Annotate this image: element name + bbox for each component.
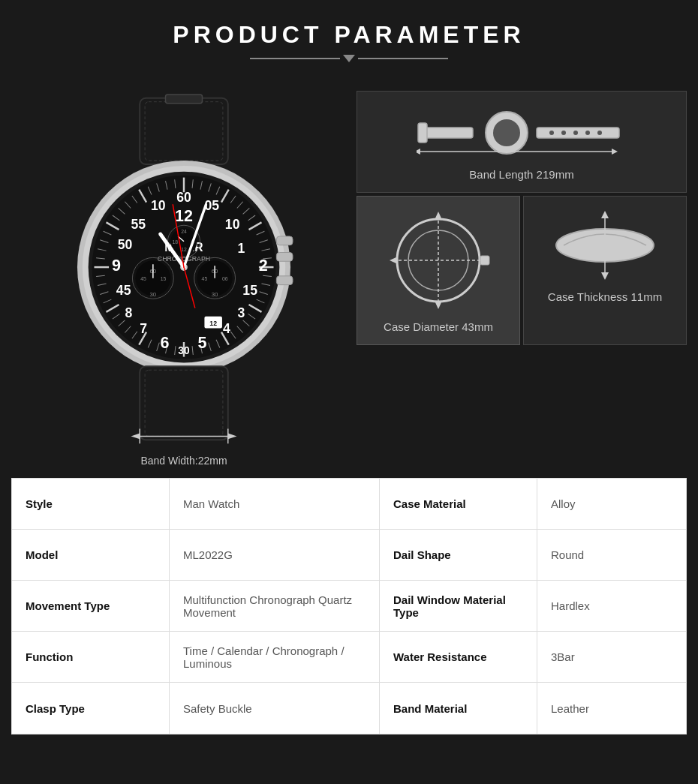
svg-text:12: 12 [209, 320, 217, 327]
main-content: 60 05 10 1 2 15 3 4 5 30 6 7 8 45 9 50 5… [0, 76, 698, 746]
svg-text:15: 15 [161, 276, 167, 281]
svg-text:4: 4 [223, 321, 230, 336]
svg-marker-124 [228, 433, 237, 439]
svg-text:18: 18 [172, 239, 178, 245]
spec-value-clasp: Safety Buckle [170, 683, 380, 734]
svg-text:30: 30 [212, 291, 218, 298]
spec-value-style: Man Watch [170, 479, 380, 529]
spec-value-dail-window: Hardlex [537, 581, 686, 631]
svg-text:24: 24 [181, 229, 187, 234]
header-line-left [250, 58, 340, 59]
watch-illustration: 60 05 10 1 2 15 3 4 5 30 6 7 8 45 9 50 5… [41, 91, 326, 451]
spec-value-case-material: Alloy [537, 479, 686, 529]
svg-text:55: 55 [131, 217, 146, 232]
svg-text:8: 8 [125, 305, 133, 320]
svg-rect-88 [276, 253, 293, 262]
svg-marker-146 [435, 301, 442, 309]
spec-label-water-resistance: Water Resistance [380, 632, 537, 682]
spec-label-clasp: Clasp Type [12, 683, 170, 734]
page-title: PRODUCT PARAMETER [15, 21, 683, 49]
top-section: 60 05 10 1 2 15 3 4 5 30 6 7 8 45 9 50 5… [11, 91, 687, 467]
svg-rect-87 [276, 236, 293, 245]
svg-marker-147 [390, 257, 398, 264]
svg-text:06: 06 [222, 276, 228, 281]
svg-text:2: 2 [259, 256, 268, 275]
svg-marker-123 [131, 433, 140, 439]
svg-text:5: 5 [197, 333, 206, 352]
specs-panels: Band Length 219mm [357, 91, 687, 345]
header-diamond [343, 55, 355, 62]
table-row: Function Time / Calendar / Chronograph /… [12, 632, 686, 683]
svg-point-134 [597, 131, 602, 135]
svg-text:30: 30 [178, 345, 190, 356]
svg-text:6: 6 [161, 333, 170, 352]
svg-rect-128 [418, 123, 427, 143]
svg-marker-150 [601, 211, 609, 218]
svg-text:10: 10 [225, 217, 240, 232]
bottom-panels: Case Diameter 43mm Case Thickness 11 [357, 196, 687, 345]
band-length-label: Band Length 219mm [469, 168, 573, 181]
case-diameter-icon [386, 208, 491, 313]
spec-value-function: Time / Calendar / Chronograph / Luminous [170, 632, 380, 682]
spec-label-movement: Movement Type [12, 581, 170, 631]
case-diameter-label: Case Diameter 43mm [384, 320, 493, 333]
svg-rect-142 [480, 256, 489, 265]
table-row: Movement Type Multifunction Chronograph … [12, 581, 686, 632]
svg-text:45: 45 [140, 276, 146, 281]
svg-text:10: 10 [151, 198, 166, 213]
band-length-icon [417, 107, 627, 159]
case-thickness-icon [549, 208, 661, 283]
band-length-panel: Band Length 219mm [357, 91, 687, 193]
spec-value-dail-shape: Round [537, 530, 686, 580]
table-row: Model ML2022G Dail Shape Round [12, 530, 686, 581]
svg-text:9: 9 [112, 256, 121, 275]
spec-label-dail-window: Dail Window Material Type [380, 581, 537, 631]
svg-rect-127 [420, 128, 473, 138]
svg-rect-89 [276, 276, 293, 285]
band-width-label: Band Width:22mm [140, 455, 227, 467]
svg-text:45: 45 [116, 283, 131, 298]
case-diameter-panel: Case Diameter 43mm [357, 196, 520, 345]
svg-rect-0 [140, 98, 228, 164]
svg-point-133 [585, 131, 590, 135]
svg-text:30: 30 [149, 291, 156, 298]
svg-text:12: 12 [181, 247, 187, 252]
svg-text:7: 7 [140, 321, 147, 336]
spec-label-function: Function [12, 632, 170, 682]
header-line-right [358, 58, 448, 59]
header-decoration [15, 55, 683, 62]
case-thickness-panel: Case Thickness 11mm [523, 196, 687, 345]
watch-image-area: 60 05 10 1 2 15 3 4 5 30 6 7 8 45 9 50 5… [11, 91, 357, 467]
table-row: Clasp Type Safety Buckle Band Material L… [12, 683, 686, 734]
svg-rect-2 [166, 95, 203, 104]
spec-label-model: Model [12, 530, 170, 580]
svg-point-131 [561, 131, 566, 135]
svg-text:45: 45 [202, 276, 208, 281]
svg-text:3: 3 [238, 305, 245, 320]
case-thickness-label: Case Thickness 11mm [548, 290, 662, 303]
table-row: Style Man Watch Case Material Alloy [12, 479, 686, 530]
svg-text:50: 50 [118, 237, 133, 252]
svg-marker-138 [417, 149, 420, 155]
svg-marker-139 [612, 149, 618, 155]
svg-rect-120 [140, 366, 228, 440]
spec-value-water-resistance: 3Bar [537, 632, 686, 682]
specs-table: Style Man Watch Case Material Alloy Mode… [11, 478, 687, 734]
svg-text:1: 1 [238, 241, 245, 256]
spec-value-model: ML2022G [170, 530, 380, 580]
svg-text:60: 60 [176, 190, 191, 205]
svg-text:12: 12 [175, 206, 193, 225]
svg-text:15: 15 [242, 283, 257, 298]
spec-label-band-material: Band Material [380, 683, 537, 734]
svg-point-136 [493, 119, 520, 146]
svg-marker-145 [435, 212, 442, 220]
spec-label-case-material: Case Material [380, 479, 537, 529]
svg-point-132 [573, 131, 578, 135]
svg-point-130 [549, 131, 554, 135]
spec-label-dail-shape: Dail Shape [380, 530, 537, 580]
spec-value-movement: Multifunction Chronograph Quartz Movemen… [170, 581, 380, 631]
spec-label-style: Style [12, 479, 170, 529]
svg-marker-151 [601, 272, 609, 280]
header-section: PRODUCT PARAMETER [0, 0, 698, 76]
spec-value-band-material: Leather [537, 683, 686, 734]
